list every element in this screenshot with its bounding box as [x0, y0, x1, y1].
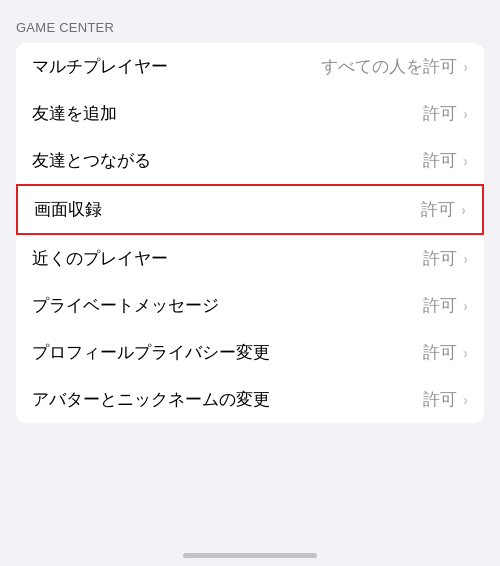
settings-row-private-messages[interactable]: プライベートメッセージ許可› — [16, 282, 484, 329]
chevron-icon-add-friends: › — [463, 106, 468, 122]
row-value-avatar-nickname: 許可 — [423, 388, 457, 411]
row-label-profile-privacy: プロフィールプライバシー変更 — [32, 341, 270, 364]
row-value-multiplayer: すべての人を許可 — [321, 55, 457, 78]
chevron-icon-avatar-nickname: › — [463, 392, 468, 408]
row-label-screen-recording: 画面収録 — [34, 198, 102, 221]
chevron-icon-connect-friends: › — [463, 153, 468, 169]
settings-row-nearby-players[interactable]: 近くのプレイヤー許可› — [16, 235, 484, 282]
chevron-icon-nearby-players: › — [463, 251, 468, 267]
row-value-nearby-players: 許可 — [423, 247, 457, 270]
settings-group: マルチプレイヤーすべての人を許可›友達を追加許可›友達とつながる許可›画面収録許… — [16, 43, 484, 423]
row-label-private-messages: プライベートメッセージ — [32, 294, 219, 317]
row-value-add-friends: 許可 — [423, 102, 457, 125]
row-value-profile-privacy: 許可 — [423, 341, 457, 364]
settings-row-screen-recording[interactable]: 画面収録許可› — [16, 184, 484, 235]
home-indicator — [183, 553, 317, 558]
settings-row-profile-privacy[interactable]: プロフィールプライバシー変更許可› — [16, 329, 484, 376]
row-label-avatar-nickname: アバターとニックネームの変更 — [32, 388, 270, 411]
settings-row-avatar-nickname[interactable]: アバターとニックネームの変更許可› — [16, 376, 484, 423]
row-value-connect-friends: 許可 — [423, 149, 457, 172]
section-header: GAME CENTER — [0, 0, 500, 43]
chevron-icon-private-messages: › — [463, 298, 468, 314]
row-value-screen-recording: 許可 — [421, 198, 455, 221]
chevron-icon-multiplayer: › — [463, 59, 468, 75]
chevron-icon-profile-privacy: › — [463, 345, 468, 361]
row-label-connect-friends: 友達とつながる — [32, 149, 151, 172]
settings-row-connect-friends[interactable]: 友達とつながる許可› — [16, 137, 484, 184]
row-label-multiplayer: マルチプレイヤー — [32, 55, 168, 78]
settings-row-multiplayer[interactable]: マルチプレイヤーすべての人を許可› — [16, 43, 484, 90]
row-value-private-messages: 許可 — [423, 294, 457, 317]
row-label-nearby-players: 近くのプレイヤー — [32, 247, 168, 270]
row-label-add-friends: 友達を追加 — [32, 102, 117, 125]
settings-row-add-friends[interactable]: 友達を追加許可› — [16, 90, 484, 137]
chevron-icon-screen-recording: › — [461, 202, 466, 218]
